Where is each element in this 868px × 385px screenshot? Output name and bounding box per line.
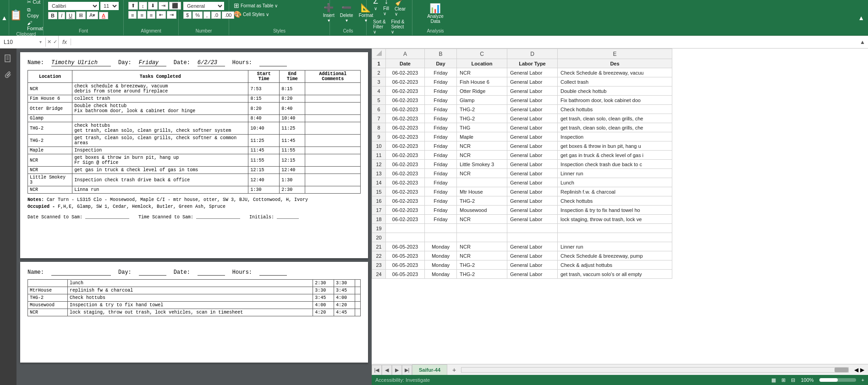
cell-11-c[interactable]: NCR [457, 151, 507, 160]
cell-17-c[interactable]: Mousewood [457, 206, 507, 215]
cell-1-b[interactable]: Day [425, 59, 457, 68]
cell-14-b[interactable]: Friday [425, 178, 457, 187]
align-bottom-button[interactable]: ⬇ [148, 2, 158, 10]
cell-13-a[interactable]: 06-02-2023 [386, 169, 425, 178]
cell-12-c[interactable]: Little Smokey 3 [457, 160, 507, 169]
font-size-select[interactable]: 11 [100, 2, 119, 10]
clear-button[interactable]: 🧹 Clear ∨ [393, 0, 407, 17]
align-left-button[interactable]: ≡ [128, 11, 137, 19]
cell-10-c[interactable]: NCR [457, 141, 507, 151]
cell-10-b[interactable]: Friday [425, 141, 457, 151]
view-normal[interactable]: ▦ [771, 377, 776, 383]
cell-23-a[interactable]: 06-05-2023 [386, 260, 425, 270]
cell-4-e[interactable]: Double check hottub [558, 87, 672, 96]
cell-10-e[interactable]: get boxes & throw in bun pit, hang u [558, 141, 672, 151]
analyze-data-button[interactable]: 📊 Analyze Data [424, 2, 446, 25]
cell-3-a[interactable]: 06-02-2023 [386, 77, 425, 87]
cell-20-a[interactable] [386, 233, 425, 242]
cell-16-a[interactable]: 06-02-2023 [386, 196, 425, 206]
cell-2-e[interactable]: Check Schedule & breezeway, vacuu [558, 68, 672, 77]
cell-17-d[interactable]: General Labor [507, 206, 558, 215]
row-header-6[interactable]: 6 [372, 105, 386, 114]
cell-12-e[interactable]: Inspection check trash due back to c [558, 160, 672, 169]
cell-1-d[interactable]: Labor Type [507, 59, 558, 68]
row-header-23[interactable]: 23 [372, 260, 386, 270]
cell-16-d[interactable]: General Labor [507, 196, 558, 206]
cell-13-b[interactable]: Friday [425, 169, 457, 178]
cell-23-e[interactable]: Check & adjust hottubs [558, 260, 672, 270]
cell-23-b[interactable]: Monday [425, 260, 457, 270]
cell-20-e[interactable] [558, 233, 672, 242]
cell-24-d[interactable]: General Labor [507, 270, 558, 279]
row-header-20[interactable]: 20 [372, 233, 386, 242]
tab-nav-last[interactable]: ▶| [402, 365, 412, 375]
cell-2-c[interactable]: NCR [457, 68, 507, 77]
find-select-button[interactable]: Find & Select ∨ [389, 18, 407, 35]
cell-2-a[interactable]: 06-02-2023 [386, 68, 425, 77]
cell-23-c[interactable]: THG-2 [457, 260, 507, 270]
cell-3-c[interactable]: Fish House 6 [457, 77, 507, 87]
view-page-break[interactable]: ⊟ [791, 377, 795, 383]
cell-12-b[interactable]: Friday [425, 160, 457, 169]
cell-16-c[interactable]: THG-2 [457, 196, 507, 206]
percent-button[interactable]: % [192, 11, 203, 19]
cell-11-b[interactable]: Friday [425, 151, 457, 160]
zoom-slider[interactable] [819, 378, 856, 382]
cell-8-b[interactable]: Friday [425, 123, 457, 132]
align-middle-button[interactable]: ↕ [139, 2, 147, 10]
cell-4-a[interactable]: 06-02-2023 [386, 87, 425, 96]
cell-17-e[interactable]: Inspection & try to fix hand towel ho [558, 206, 672, 215]
cell-24-c[interactable]: THG-2 [457, 270, 507, 279]
format-as-table-button[interactable]: ⊞ Format as Table ∨ [234, 2, 278, 9]
cell-19-a[interactable] [386, 224, 425, 233]
formula-input[interactable] [71, 38, 857, 47]
sidebar-page-icon[interactable] [2, 52, 15, 65]
corner-header[interactable] [372, 49, 386, 59]
cell-22-c[interactable]: NCR [457, 251, 507, 260]
cell-4-b[interactable]: Friday [425, 87, 457, 96]
cell-22-e[interactable]: Check Schedule & breezeway, pump [558, 251, 672, 260]
row-header-12[interactable]: 12 [372, 160, 386, 169]
cell-3-b[interactable]: Friday [425, 77, 457, 87]
cell-2-b[interactable]: Friday [425, 68, 457, 77]
scroll-right-button[interactable]: ▶ [860, 367, 864, 373]
align-right-button[interactable]: ≡ [147, 11, 155, 19]
cell-styles-button[interactable]: 🎨 Cell Styles ∨ [234, 11, 269, 18]
font-color-button[interactable]: A [99, 12, 108, 19]
cell-reference-box[interactable]: L10 ▾ [0, 38, 46, 47]
cell-24-b[interactable]: Monday [425, 270, 457, 279]
cell-21-b[interactable]: Monday [425, 242, 457, 251]
cell-3-e[interactable]: Collect trash [558, 77, 672, 87]
cell-6-a[interactable]: 06-02-2023 [386, 105, 425, 114]
cell-22-a[interactable]: 06-05-2023 [386, 251, 425, 260]
scroll-left-button[interactable]: ◀ [854, 367, 858, 373]
cell-9-e[interactable]: Inspection [558, 132, 672, 141]
tab-scrollbar-thumb[interactable] [835, 368, 848, 372]
cell-5-b[interactable]: Friday [425, 96, 457, 105]
cell-21-e[interactable]: Linner run [558, 242, 672, 251]
align-center-button[interactable]: ≡ [137, 11, 146, 19]
row-header-16[interactable]: 16 [372, 196, 386, 206]
comma-button[interactable]: , [203, 11, 210, 19]
confirm-formula-icon[interactable]: ✓ [53, 39, 57, 45]
cell-13-c[interactable]: NCR [457, 169, 507, 178]
accounting-format-button[interactable]: $ [183, 11, 192, 19]
collapse-ribbon-icon[interactable]: ▲ [1, 14, 8, 22]
cell-14-c[interactable] [457, 178, 507, 187]
cell-19-c[interactable] [457, 224, 507, 233]
paste-button[interactable]: 📋 [8, 8, 24, 22]
cell-11-e[interactable]: get gas in truck & check level of gas i [558, 151, 672, 160]
cancel-formula-icon[interactable]: ✕ [47, 39, 51, 45]
cell-13-e[interactable]: Linner run [558, 169, 672, 178]
row-header-2[interactable]: 2 [372, 68, 386, 77]
add-sheet-button[interactable]: + [449, 365, 459, 375]
increase-indent-button[interactable]: ⇥ [167, 11, 176, 19]
cell-15-d[interactable]: General Labor [507, 187, 558, 196]
row-header-11[interactable]: 11 [372, 151, 386, 160]
cell-10-d[interactable]: General Labor [507, 141, 558, 151]
cell-15-b[interactable]: Friday [425, 187, 457, 196]
row-header-14[interactable]: 14 [372, 178, 386, 187]
cell-10-a[interactable]: 06-02-2023 [386, 141, 425, 151]
copy-button[interactable]: ⧉ Copy [26, 6, 44, 19]
row-header-7[interactable]: 7 [372, 114, 386, 123]
